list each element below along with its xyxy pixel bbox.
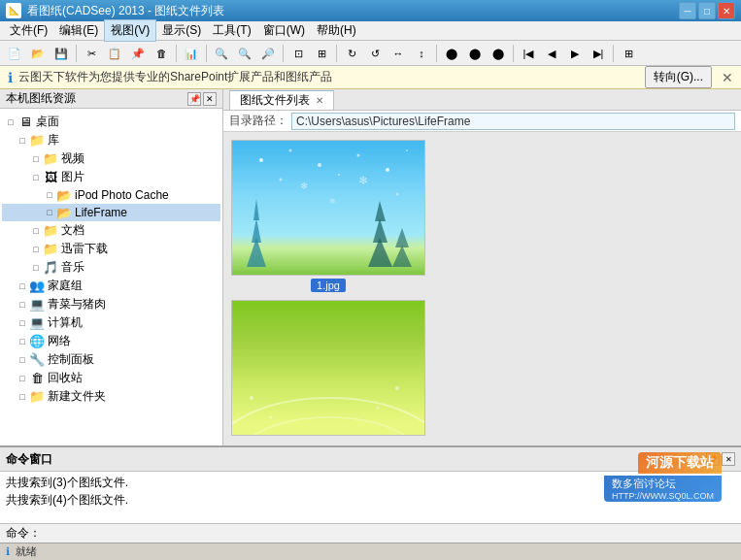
tree-item-computer[interactable]: □ 💻 计算机: [2, 313, 220, 332]
panel-pin-button[interactable]: 📌: [187, 92, 201, 106]
expand-recycle[interactable]: □: [16, 374, 29, 383]
tree-item-music[interactable]: □ 🎵 音乐: [2, 258, 220, 277]
tb-fit[interactable]: ⊡: [287, 43, 309, 64]
tree-item-control[interactable]: □ 🔧 控制面板: [2, 350, 220, 369]
tree-item-library[interactable]: □ 📁 库: [2, 131, 220, 149]
tb-sep4: [283, 45, 284, 62]
icon-library: 📁: [29, 133, 45, 148]
maximize-button[interactable]: □: [698, 2, 716, 19]
tb-sep7: [513, 45, 514, 62]
tb-actual[interactable]: ⊞: [311, 43, 332, 64]
expand-computer[interactable]: □: [16, 318, 29, 328]
tree-item-xunlei[interactable]: □ 📁 迅雷下载: [2, 240, 220, 258]
tree-item-docs[interactable]: □ 📁 文档: [2, 221, 220, 240]
menu-window[interactable]: 窗口(W): [257, 20, 311, 41]
menu-view[interactable]: 视图(V): [104, 19, 156, 42]
file-tree: □ 🖥 桌面 □ 📁 库 □ 📁 视频 □ 🖼 图片: [0, 109, 222, 445]
tree-item-ipod[interactable]: □ 📂 iPod Photo Cache: [2, 186, 220, 204]
status-icon: ℹ: [6, 545, 10, 558]
image-thumb-2[interactable]: [231, 300, 425, 436]
tb-flipv[interactable]: ↕: [411, 43, 432, 64]
tb-fliph[interactable]: ↔: [387, 43, 409, 64]
svg-marker-11: [253, 199, 259, 220]
expand-pictures[interactable]: □: [29, 173, 43, 182]
tree-item-qingcai[interactable]: □ 💻 青菜与猪肉: [2, 295, 220, 313]
left-panel-title: 本机图纸资源: [6, 90, 76, 107]
tb-b3[interactable]: ⬤: [488, 43, 509, 64]
image-area: ❄ ❄ ❄ 1.jpg: [223, 132, 741, 445]
svg-marker-10: [252, 218, 261, 243]
tb-b2[interactable]: ⬤: [464, 43, 486, 64]
watermark: 河源下载站 数多宿讨论坛 HTTP://WWW.SQ0L.COM: [604, 452, 722, 502]
tb-delete[interactable]: 🗑: [151, 43, 172, 64]
tb-sep6: [436, 45, 437, 62]
tb-zoomout[interactable]: 🔍: [211, 43, 232, 64]
tb-rotateccw[interactable]: ↺: [364, 43, 386, 64]
expand-qingcai[interactable]: □: [16, 300, 29, 310]
svg-point-8: [396, 193, 399, 196]
expand-ipod[interactable]: □: [43, 190, 56, 200]
tree-item-recycle[interactable]: □ 🗑 回收站: [2, 369, 220, 387]
expand-xunlei[interactable]: □: [29, 245, 43, 254]
expand-music[interactable]: □: [29, 263, 43, 273]
svg-point-6: [280, 179, 283, 181]
expand-homegroup[interactable]: □: [16, 281, 29, 291]
left-panel: 本机图纸资源 📌 ✕ □ 🖥 桌面 □ 📁 库 □ 📁: [0, 89, 223, 445]
tb-fwd[interactable]: ▶: [564, 43, 586, 64]
tb-rotatecw[interactable]: ↻: [341, 43, 362, 64]
menu-file[interactable]: 文件(F): [4, 20, 53, 41]
tree-item-newdir[interactable]: □ 📁 新建文件夹: [2, 387, 220, 406]
image-thumb-1[interactable]: ❄ ❄ ❄ 1.jpg: [231, 140, 425, 292]
expand-lifeframe[interactable]: □: [43, 208, 56, 217]
expand-newdir[interactable]: □: [16, 392, 29, 402]
expand-control[interactable]: □: [16, 355, 29, 365]
tb-sep3: [206, 45, 207, 62]
tree-item-pictures[interactable]: □ 🖼 图片: [2, 168, 220, 186]
expand-network[interactable]: □: [16, 337, 29, 346]
tb-new[interactable]: 📄: [4, 43, 25, 64]
expand-video[interactable]: □: [29, 154, 43, 164]
expand-library[interactable]: □: [16, 136, 29, 146]
tree-item-desktop[interactable]: □ 🖥 桌面: [2, 113, 220, 131]
menu-edit[interactable]: 编辑(E): [53, 20, 104, 41]
tb-chart[interactable]: 📊: [181, 43, 202, 64]
tb-cut[interactable]: ✂: [81, 43, 102, 64]
icon-control: 🔧: [29, 352, 45, 368]
tree-item-lifeframe[interactable]: □ 📂 LifeFrame: [2, 204, 220, 221]
label-desktop: 桌面: [36, 114, 59, 130]
right-panel: 图纸文件列表 ✕ 目录路径：: [223, 89, 741, 445]
tb-more[interactable]: ⊞: [618, 43, 639, 64]
close-button[interactable]: ✕: [718, 2, 735, 19]
expand-desktop[interactable]: □: [4, 117, 17, 127]
tb-open[interactable]: 📂: [27, 43, 49, 64]
tb-save[interactable]: 💾: [51, 43, 72, 64]
tb-zoomin[interactable]: 🔎: [257, 43, 279, 64]
info-close-button[interactable]: ✕: [722, 70, 733, 85]
info-icon: ℹ: [8, 70, 13, 85]
tree-item-video[interactable]: □ 📁 视频: [2, 149, 220, 168]
tb-b1[interactable]: ⬤: [441, 43, 462, 64]
menu-help[interactable]: 帮助(H): [311, 20, 362, 41]
watermark-line2: 数多宿讨论坛 HTTP://WWW.SQ0L.COM: [604, 476, 722, 502]
tab-close-button[interactable]: ✕: [316, 95, 323, 106]
label-homegroup: 家庭组: [48, 278, 83, 294]
tb-back[interactable]: ◀: [541, 43, 562, 64]
tb-paste[interactable]: 📌: [127, 43, 149, 64]
path-input[interactable]: [291, 113, 735, 130]
minimize-button[interactable]: ─: [679, 2, 696, 19]
panel-close-btn[interactable]: ✕: [203, 92, 217, 106]
tb-copy[interactable]: 📋: [104, 43, 125, 64]
menu-tools[interactable]: 工具(T): [207, 20, 256, 41]
cmd-close-button[interactable]: ✕: [722, 452, 735, 466]
tab-filelist[interactable]: 图纸文件列表 ✕: [229, 90, 334, 110]
command-input[interactable]: [45, 527, 735, 541]
expand-docs[interactable]: □: [29, 226, 43, 236]
tree-item-homegroup[interactable]: □ 👥 家庭组: [2, 277, 220, 295]
tb-prev[interactable]: |◀: [518, 43, 539, 64]
tree-item-network[interactable]: □ 🌐 网络: [2, 332, 220, 350]
tb-zoom[interactable]: 🔍: [234, 43, 255, 64]
tb-next[interactable]: ▶|: [588, 43, 609, 64]
menu-display[interactable]: 显示(S): [156, 20, 207, 41]
window-controls: ─ □ ✕: [679, 2, 735, 19]
info-goto-button[interactable]: 转向(G)...: [645, 66, 712, 88]
